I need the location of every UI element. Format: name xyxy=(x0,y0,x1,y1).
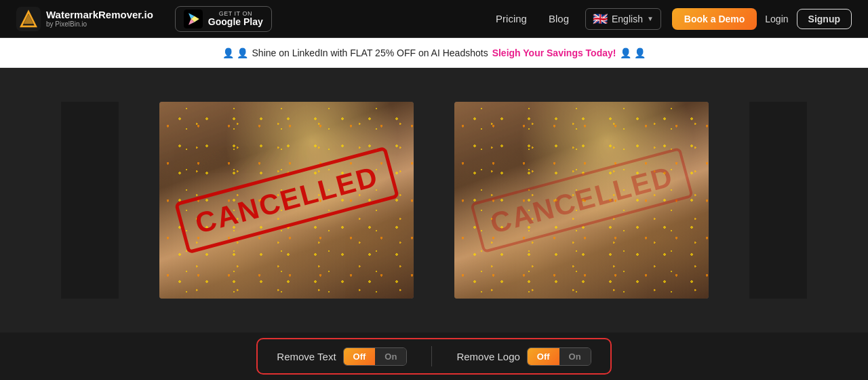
main-header: WatermarkRemover.io by PixelBin.io GET I… xyxy=(0,0,868,38)
left-side-panel xyxy=(61,102,119,299)
promo-banner: 👤 👤 Shine on LinkedIn with FLAT 25% OFF … xyxy=(0,38,868,68)
main-content: CANCELLED CANCELLED xyxy=(0,68,868,332)
after-image: CANCELLED xyxy=(454,102,709,299)
google-play-button[interactable]: GET IT ON Google Play xyxy=(175,6,272,32)
remove-text-group: Remove Text Off On xyxy=(277,347,407,366)
controls-panel: Remove Text Off On Remove Logo Off On xyxy=(256,338,611,375)
flag-icon: 🇬🇧 xyxy=(593,12,608,26)
remove-logo-toggle: Off On xyxy=(527,347,591,366)
promo-emoji-right: 👤 👤 xyxy=(620,48,646,58)
book-demo-button[interactable]: Book a Demo xyxy=(672,8,757,30)
remove-logo-off-button[interactable]: Off xyxy=(528,348,559,365)
cancelled-stamp: CANCELLED xyxy=(174,147,399,254)
gplay-big-text: Google Play xyxy=(208,17,263,27)
logo-main: WatermarkRemover.io xyxy=(46,10,153,21)
nav-blog[interactable]: Blog xyxy=(549,13,569,24)
logo-icon xyxy=(16,7,41,31)
google-play-icon xyxy=(184,10,203,28)
faded-stamp: CANCELLED xyxy=(470,147,694,253)
remove-text-toggle: Off On xyxy=(343,347,408,366)
before-image: CANCELLED xyxy=(159,102,414,299)
nav-links: Pricing Blog xyxy=(496,13,569,24)
promo-emoji-left: 👤 👤 xyxy=(222,48,248,58)
lang-label: English xyxy=(612,14,643,24)
signup-button[interactable]: Signup xyxy=(797,9,852,29)
remove-text-on-button[interactable]: On xyxy=(375,348,406,365)
remove-logo-on-button[interactable]: On xyxy=(559,348,591,365)
gplay-text: GET IT ON Google Play xyxy=(208,10,263,27)
promo-link[interactable]: Sleigh Your Savings Today! xyxy=(492,48,616,58)
remove-text-off-button[interactable]: Off xyxy=(344,348,376,365)
controls-bar: Remove Text Off On Remove Logo Off On xyxy=(0,332,868,380)
nav-pricing[interactable]: Pricing xyxy=(496,13,527,24)
logo: WatermarkRemover.io by PixelBin.io xyxy=(16,7,153,31)
promo-text: Shine on LinkedIn with FLAT 25% OFF on A… xyxy=(252,48,488,58)
language-selector[interactable]: 🇬🇧 English ▼ xyxy=(585,8,661,30)
controls-separator xyxy=(431,346,432,366)
remove-logo-label: Remove Logo xyxy=(456,351,519,362)
login-button[interactable]: Login xyxy=(765,14,788,24)
remove-logo-group: Remove Logo Off On xyxy=(456,347,591,366)
chevron-down-icon: ▼ xyxy=(647,15,654,22)
logo-sub: by PixelBin.io xyxy=(46,20,153,28)
logo-text: WatermarkRemover.io by PixelBin.io xyxy=(46,10,153,28)
right-side-panel xyxy=(749,102,807,299)
before-image-panel: CANCELLED xyxy=(159,102,414,299)
after-image-panel: CANCELLED xyxy=(454,102,709,299)
remove-text-label: Remove Text xyxy=(277,351,336,362)
